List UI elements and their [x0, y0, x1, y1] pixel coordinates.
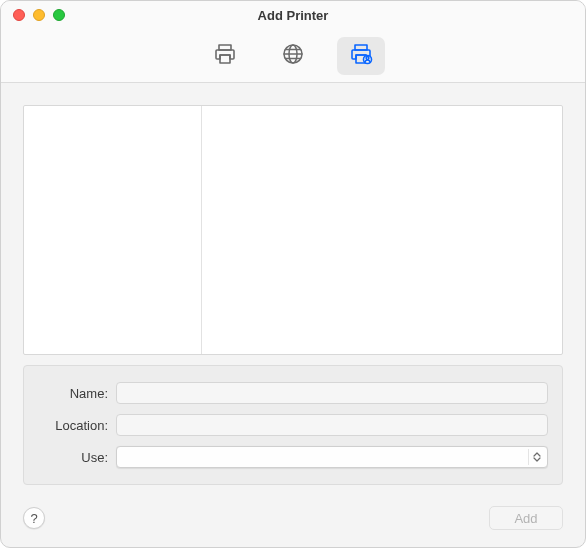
content-area: Name: Location: Use: — [1, 83, 585, 499]
chevron-up-down-icon — [528, 449, 544, 465]
browse-printer-list[interactable] — [202, 106, 562, 354]
add-printer-window: Add Printer — [0, 0, 586, 548]
toolbar — [1, 29, 585, 83]
add-button-label: Add — [514, 511, 537, 526]
footer: ? Add — [1, 499, 585, 547]
titlebar: Add Printer — [1, 1, 585, 29]
help-icon: ? — [30, 511, 37, 526]
use-select[interactable] — [116, 446, 548, 468]
location-field[interactable] — [116, 414, 548, 436]
zoom-icon[interactable] — [53, 9, 65, 21]
close-icon[interactable] — [13, 9, 25, 21]
svg-rect-1 — [220, 55, 230, 63]
window-title: Add Printer — [1, 8, 585, 23]
browse-source-list[interactable] — [24, 106, 202, 354]
printer-icon — [213, 42, 237, 69]
name-label: Name: — [38, 386, 116, 401]
tab-default[interactable] — [201, 37, 249, 75]
browse-panel — [23, 105, 563, 355]
window-controls — [13, 9, 65, 21]
location-label: Location: — [38, 418, 116, 433]
add-button[interactable]: Add — [489, 506, 563, 530]
tab-windows[interactable] — [337, 37, 385, 75]
name-field[interactable] — [116, 382, 548, 404]
tab-ip[interactable] — [269, 37, 317, 75]
help-button[interactable]: ? — [23, 507, 45, 529]
details-panel: Name: Location: Use: — [23, 365, 563, 485]
shared-printer-icon — [349, 42, 373, 69]
minimize-icon[interactable] — [33, 9, 45, 21]
use-label: Use: — [38, 450, 116, 465]
globe-icon — [281, 42, 305, 69]
